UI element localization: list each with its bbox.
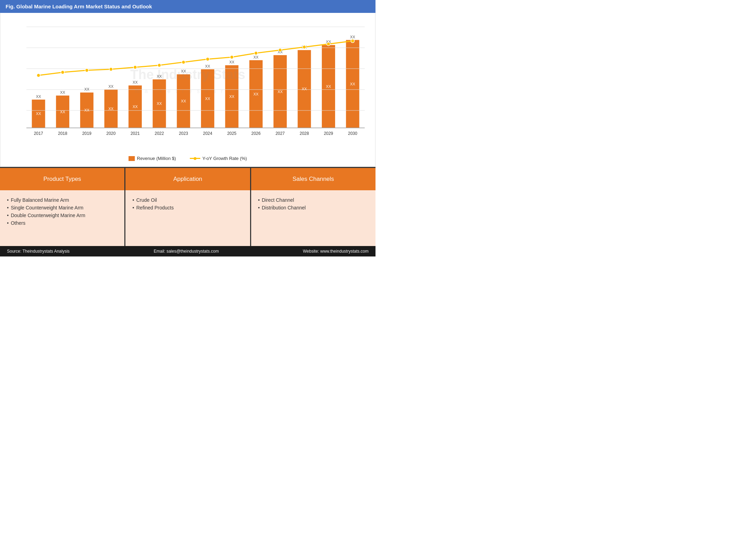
svg-text:XX: XX bbox=[350, 82, 355, 86]
svg-point-76 bbox=[351, 39, 354, 43]
chart-container: XXXX2017XXXX2018XXXX2019XXXX2020XXXX2021… bbox=[0, 13, 376, 167]
svg-text:2026: 2026 bbox=[251, 131, 261, 136]
svg-point-72 bbox=[254, 51, 258, 55]
svg-point-75 bbox=[327, 42, 330, 46]
svg-text:2030: 2030 bbox=[348, 131, 357, 136]
legend-revenue-label: Revenue (Million $) bbox=[137, 156, 176, 161]
svg-text:2028: 2028 bbox=[300, 131, 309, 136]
application-body: Crude Oil Refined Products bbox=[125, 190, 250, 246]
legend-growth: Y-oY Growth Rate (%) bbox=[190, 156, 247, 161]
svg-text:XX: XX bbox=[60, 110, 65, 114]
svg-text:2023: 2023 bbox=[179, 131, 188, 136]
svg-text:2022: 2022 bbox=[155, 131, 164, 136]
footer-email: Email: sales@theindustrystats.com bbox=[154, 249, 219, 254]
svg-text:XX: XX bbox=[350, 35, 355, 39]
product-types-body: Fully Balanced Marine Arm Single Counter… bbox=[0, 190, 124, 246]
legend-growth-line bbox=[190, 158, 200, 159]
svg-text:2024: 2024 bbox=[203, 131, 212, 136]
svg-point-63 bbox=[37, 74, 40, 77]
svg-point-65 bbox=[85, 69, 88, 72]
product-types-list: Fully Balanced Marine Arm Single Counter… bbox=[7, 197, 117, 226]
svg-text:The Industry Stats: The Industry Stats bbox=[130, 67, 245, 82]
bottom-section: Product Types Fully Balanced Marine Arm … bbox=[0, 167, 376, 246]
legend-growth-label: Y-oY Growth Rate (%) bbox=[202, 156, 247, 161]
svg-text:2029: 2029 bbox=[324, 131, 333, 136]
svg-text:XX: XX bbox=[302, 87, 307, 91]
svg-point-68 bbox=[157, 63, 161, 67]
sales-channels-body: Direct Channel Distribution Channel bbox=[251, 190, 376, 246]
svg-text:XX: XX bbox=[84, 87, 90, 91]
application-card: Application Crude Oil Refined Products bbox=[125, 168, 251, 246]
sales-channels-heading: Sales Channels bbox=[251, 168, 376, 190]
svg-text:XX: XX bbox=[229, 94, 234, 99]
svg-text:XX: XX bbox=[36, 112, 41, 116]
product-types-card: Product Types Fully Balanced Marine Arm … bbox=[0, 168, 125, 246]
legend-revenue: Revenue (Million $) bbox=[129, 156, 176, 161]
footer-website: Website: www.theindustrystats.com bbox=[303, 249, 369, 254]
svg-text:2018: 2018 bbox=[58, 131, 68, 136]
svg-text:XX: XX bbox=[60, 90, 65, 94]
svg-text:2017: 2017 bbox=[34, 131, 43, 136]
svg-point-64 bbox=[61, 71, 64, 74]
svg-text:XX: XX bbox=[326, 84, 331, 89]
svg-text:2019: 2019 bbox=[82, 131, 92, 136]
svg-point-69 bbox=[182, 61, 185, 64]
svg-text:XX: XX bbox=[84, 108, 90, 112]
list-item: Direct Channel bbox=[258, 197, 369, 203]
svg-text:2027: 2027 bbox=[276, 131, 285, 136]
list-item: Double Counterweight Marine Arm bbox=[7, 213, 117, 218]
svg-text:2025: 2025 bbox=[227, 131, 237, 136]
svg-text:XX: XX bbox=[157, 101, 162, 106]
chart-legend: Revenue (Million $) Y-oY Growth Rate (%) bbox=[7, 152, 368, 163]
list-item: Refined Products bbox=[132, 205, 243, 210]
list-item: Fully Balanced Marine Arm bbox=[7, 197, 117, 203]
svg-text:2021: 2021 bbox=[131, 131, 140, 136]
chart-area: XXXX2017XXXX2018XXXX2019XXXX2020XXXX2021… bbox=[7, 20, 368, 152]
svg-text:XX: XX bbox=[133, 105, 138, 109]
svg-text:XX: XX bbox=[108, 84, 114, 89]
svg-text:XX: XX bbox=[278, 90, 283, 94]
footer-source: Source: Theindustrystats Analysis bbox=[7, 249, 70, 254]
application-heading: Application bbox=[125, 168, 250, 190]
svg-point-66 bbox=[109, 68, 113, 71]
svg-text:XX: XX bbox=[254, 55, 259, 59]
list-item: Crude Oil bbox=[132, 197, 243, 203]
footer: Source: Theindustrystats Analysis Email:… bbox=[0, 246, 376, 256]
svg-point-74 bbox=[303, 45, 306, 49]
legend-revenue-box bbox=[129, 156, 135, 161]
svg-text:XX: XX bbox=[108, 107, 114, 111]
product-types-heading: Product Types bbox=[0, 168, 124, 190]
svg-text:2020: 2020 bbox=[106, 131, 116, 136]
list-item: Distribution Channel bbox=[258, 205, 369, 210]
list-item: Single Counterweight Marine Arm bbox=[7, 205, 117, 210]
svg-point-71 bbox=[230, 55, 233, 59]
svg-point-73 bbox=[278, 48, 282, 52]
sales-channels-card: Sales Channels Direct Channel Distributi… bbox=[251, 168, 376, 246]
svg-point-70 bbox=[206, 57, 209, 61]
sales-channels-list: Direct Channel Distribution Channel bbox=[258, 197, 369, 210]
chart-svg: XXXX2017XXXX2018XXXX2019XXXX2020XXXX2021… bbox=[7, 20, 368, 152]
svg-text:XX: XX bbox=[181, 99, 186, 103]
chart-title: Fig. Global Marine Loading Arm Market St… bbox=[0, 0, 376, 13]
svg-text:XX: XX bbox=[205, 97, 210, 101]
svg-text:XX: XX bbox=[229, 60, 234, 64]
application-list: Crude Oil Refined Products bbox=[132, 197, 243, 210]
svg-text:m a r k e t   r e s e a r c h: m a r k e t r e s e a r c h bbox=[135, 88, 241, 94]
svg-text:XX: XX bbox=[254, 92, 259, 96]
svg-text:XX: XX bbox=[36, 94, 41, 99]
list-item: Others bbox=[7, 220, 117, 226]
